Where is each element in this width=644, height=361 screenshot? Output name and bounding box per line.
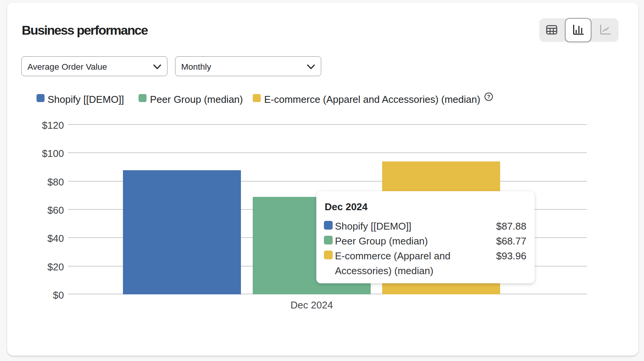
svg-text:?: ? xyxy=(487,94,491,100)
